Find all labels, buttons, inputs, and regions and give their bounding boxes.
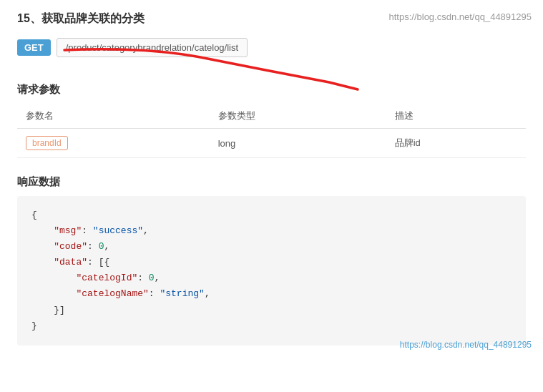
response-section: 响应数据 { "msg": "success", "code": 0, "dat… — [17, 175, 526, 346]
code-block: { "msg": "success", "code": 0, "data": [… — [17, 196, 526, 346]
param-desc-cell: 品牌id — [386, 129, 526, 158]
params-section: 请求参数 参数名 参数类型 描述 brandId long 品牌id — [17, 83, 526, 158]
endpoint-path: /product/categorybrandrelation/catelog/l… — [57, 38, 248, 57]
response-title: 响应数据 — [17, 175, 526, 189]
param-name-cell: brandId — [17, 129, 210, 158]
endpoint-row: GET /product/categorybrandrelation/catel… — [17, 38, 526, 57]
col-header-name: 参数名 — [17, 104, 210, 129]
param-type-cell: long — [210, 129, 386, 158]
params-title: 请求参数 — [17, 83, 526, 97]
param-name-badge: brandId — [26, 136, 68, 150]
table-row: brandId long 品牌id — [17, 129, 526, 158]
params-table: 参数名 参数类型 描述 brandId long 品牌id — [17, 104, 526, 158]
col-header-type: 参数类型 — [210, 104, 386, 129]
params-header-row: 参数名 参数类型 描述 — [17, 104, 526, 129]
http-method-badge: GET — [17, 39, 51, 56]
footer-link[interactable]: https://blog.csdn.net/qq_44891295 — [400, 340, 532, 350]
for-label: https://blog.csdn.net/qq_44891295 — [389, 11, 532, 22]
col-header-desc: 描述 — [386, 104, 526, 129]
